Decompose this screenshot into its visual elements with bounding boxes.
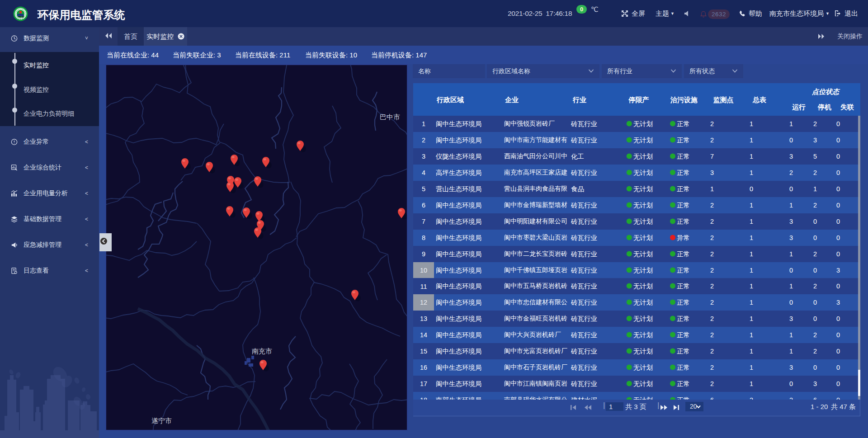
svg-text:南充市: 南充市 <box>252 347 272 355</box>
svg-text:遂宁市: 遂宁市 <box>151 417 172 424</box>
svg-text:巴中市: 巴中市 <box>380 113 400 121</box>
